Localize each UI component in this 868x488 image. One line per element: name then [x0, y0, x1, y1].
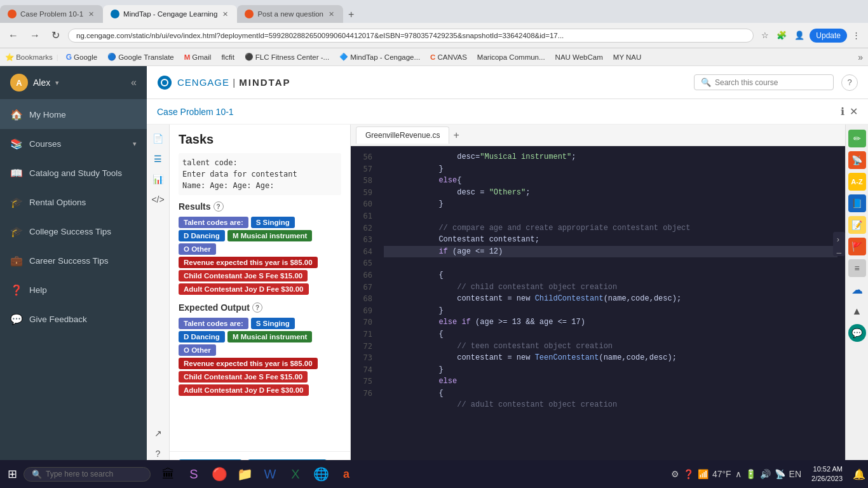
- expected-row-5: Child Contestant Joe S Fee $15.00: [179, 371, 341, 383]
- taskbar-app-excel[interactable]: X: [284, 463, 307, 485]
- tasks-title: Tasks: [179, 132, 341, 147]
- book-icon-btn[interactable]: 📄: [149, 130, 167, 147]
- language-icon[interactable]: EN: [789, 469, 801, 479]
- update-button[interactable]: Update: [810, 29, 847, 43]
- breadcrumb-text[interactable]: Case Problem 10-1: [157, 107, 234, 117]
- sidebar-item-college[interactable]: 🎓 College Success Tips: [0, 217, 147, 246]
- search-input[interactable]: [715, 78, 817, 87]
- start-button[interactable]: ⊞: [3, 464, 22, 484]
- sidebar-item-home[interactable]: 🏠 My Home: [0, 100, 147, 129]
- network-icon[interactable]: 📶: [698, 469, 709, 479]
- code-icon-btn[interactable]: </>: [149, 191, 167, 208]
- search-box[interactable]: 🔍: [694, 74, 834, 90]
- tab-case-problem[interactable]: Case Problem 10-1 ✕: [0, 5, 103, 23]
- settings-tray-icon[interactable]: ⚙: [671, 469, 679, 479]
- flag-btn[interactable]: 🚩: [848, 238, 866, 255]
- new-tab-button[interactable]: +: [343, 6, 359, 23]
- battery-icon[interactable]: 🔋: [745, 469, 756, 479]
- profile-btn[interactable]: 👤: [792, 28, 807, 43]
- bookmark-gmail[interactable]: MGmail: [180, 52, 215, 62]
- help-button[interactable]: ?: [841, 74, 858, 91]
- az-btn[interactable]: A-Z: [848, 173, 866, 191]
- help-tray-icon[interactable]: ❓: [683, 469, 694, 479]
- result-row-3: O Other: [179, 243, 341, 255]
- back-button[interactable]: ←: [5, 28, 22, 43]
- chevron-up-icon[interactable]: ∧: [735, 469, 742, 479]
- bookmarks-more[interactable]: »: [858, 52, 863, 62]
- expected-row-6: Adult Contestant Joy D Fee $30.00: [179, 384, 341, 396]
- code-content[interactable]: 5657585960616263646566676869707172737475…: [351, 146, 845, 465]
- bookmark-flc-fitness[interactable]: ⚫FLC Fitness Center -...: [241, 51, 333, 62]
- expected-row-4: Revenue expected this year is $85.00: [179, 358, 341, 369]
- list-icon-btn[interactable]: ☰: [149, 150, 167, 168]
- sidebar-item-help[interactable]: ❓ Help: [0, 275, 147, 304]
- extensions-btn[interactable]: 🧩: [774, 28, 789, 43]
- volume-icon[interactable]: 🔊: [760, 469, 771, 479]
- taskbar-apps: 🏛 S 🔴 📁 W X 🌐 a: [157, 463, 670, 485]
- lines-btn[interactable]: ≡: [848, 259, 866, 277]
- taskbar-app-mindtap-taskbar[interactable]: 🌐: [309, 463, 332, 485]
- expected-tag-singing: S Singing: [251, 318, 295, 329]
- rss-btn[interactable]: 📡: [848, 151, 866, 169]
- sidebar-item-catalog[interactable]: 📖 Catalog and Study Tools: [0, 158, 147, 187]
- bookmark-star[interactable]: ☆: [759, 28, 771, 43]
- results-help-icon[interactable]: ?: [214, 201, 224, 212]
- chat-btn[interactable]: 💬: [848, 324, 866, 342]
- taskbar-app-building[interactable]: 🏛: [157, 463, 180, 485]
- result-tag-child: Child Contestant Joe S Fee $15.00: [179, 270, 308, 281]
- add-tab-button[interactable]: +: [449, 130, 463, 141]
- tab-close-2[interactable]: ✕: [221, 9, 229, 20]
- info-button[interactable]: ℹ: [841, 105, 844, 118]
- cloud-btn[interactable]: ☁: [848, 281, 866, 299]
- expected-help-icon[interactable]: ?: [252, 302, 262, 313]
- sidebar-item-career[interactable]: 💼 Career Success Tips: [0, 246, 147, 275]
- sidebar-item-courses[interactable]: 📚 Courses ▾: [0, 129, 147, 158]
- tab-close-1[interactable]: ✕: [87, 9, 95, 20]
- taskbar-app-s[interactable]: S: [182, 463, 205, 485]
- refresh-button[interactable]: ↻: [48, 27, 63, 43]
- result-tag-musical: M Musical instrument: [227, 230, 313, 241]
- tab-close-3[interactable]: ✕: [327, 9, 336, 20]
- sidebar-item-rental[interactable]: 🎓 Rental Options: [0, 187, 147, 217]
- forward-button[interactable]: →: [27, 28, 43, 43]
- bookmark-flcfit[interactable]: flcfit: [217, 52, 238, 62]
- close-button[interactable]: ✕: [850, 105, 858, 118]
- taskbar-app-a[interactable]: a: [335, 463, 358, 485]
- url-bar[interactable]: ng.cengage.com/static/nb/ui/evo/index.ht…: [68, 29, 754, 43]
- gdrive-btn[interactable]: ▲: [848, 302, 866, 320]
- tab-mindtap[interactable]: MindTap - Cengage Learning ✕: [103, 5, 237, 23]
- expected-row-2: D Dancing M Musical instrument: [179, 331, 341, 342]
- taskbar-app-word[interactable]: W: [259, 463, 281, 485]
- bookmark-nau-webcam[interactable]: NAU WebCam: [552, 52, 607, 62]
- taskbar-app-screenshots[interactable]: 📁: [233, 463, 256, 485]
- temperature-icon[interactable]: 47°F: [712, 469, 731, 479]
- result-row-5: Child Contestant Joe S Fee $15.00: [179, 270, 341, 281]
- pencil-right-btn[interactable]: ✏: [848, 130, 866, 147]
- wifi-icon[interactable]: 📡: [775, 469, 785, 479]
- notepad-btn[interactable]: 📝: [848, 216, 866, 234]
- taskbar-search[interactable]: 🔍: [24, 467, 151, 482]
- clock[interactable]: 10:52 AM2/26/2023: [806, 464, 848, 484]
- scroll-indicator[interactable]: ›_: [833, 232, 845, 256]
- notification-icon[interactable]: 🔔: [853, 468, 865, 480]
- bookmark-translate[interactable]: 🔵Google Translate: [104, 51, 178, 62]
- taskbar-search-input[interactable]: [46, 470, 135, 478]
- sidebar-user[interactable]: A Alex ▾: [10, 74, 59, 92]
- tasks-content: Tasks talent code:Enter data for contest…: [170, 125, 350, 451]
- bookmark-canvas[interactable]: CCANVAS: [426, 52, 471, 62]
- bookmark-google[interactable]: G Google: [62, 51, 101, 63]
- share-icon-btn[interactable]: ↗: [149, 424, 167, 442]
- user-chevron-icon: ▾: [55, 79, 59, 87]
- menu-btn[interactable]: ⋮: [850, 28, 863, 43]
- sidebar-collapse-button[interactable]: «: [131, 77, 137, 88]
- editor-tab-greenville[interactable]: GreenvilleRevenue.cs: [356, 126, 449, 144]
- sidebar-item-feedback[interactable]: 💬 Give Feedback: [0, 304, 147, 334]
- tab-post-question[interactable]: Post a new question ✕: [237, 5, 343, 23]
- book-right-btn[interactable]: 📘: [848, 194, 866, 212]
- expected-row-3: O Other: [179, 344, 341, 356]
- chart-icon-btn[interactable]: 📊: [149, 170, 167, 188]
- bookmark-my-nau[interactable]: MY NAU: [609, 52, 646, 62]
- taskbar-app-circle[interactable]: 🔴: [208, 463, 231, 485]
- bookmark-maricopa[interactable]: Maricopa Commun...: [473, 52, 549, 62]
- bookmark-mindtap[interactable]: 🔷MindTap - Cengage...: [336, 51, 424, 62]
